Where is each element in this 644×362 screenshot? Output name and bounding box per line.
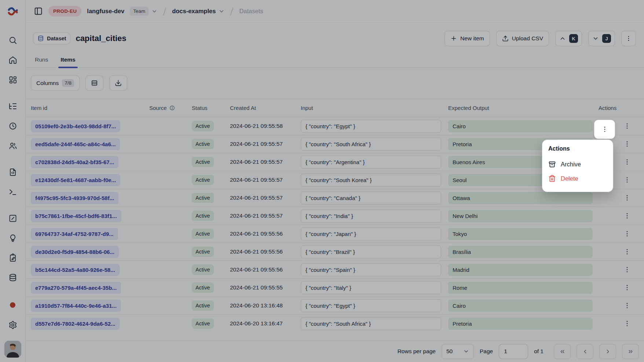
menu-item-delete[interactable]: Delete bbox=[548, 171, 607, 186]
menu-item-archive[interactable]: Archive bbox=[548, 157, 607, 171]
actions-menu-items: ArchiveDelete bbox=[548, 157, 607, 186]
archive-icon bbox=[548, 160, 556, 168]
kebab-menu-icon bbox=[601, 126, 608, 133]
app-root: PROD-EU langfuse-dev Team docs-examples … bbox=[0, 0, 644, 362]
trash-icon bbox=[548, 175, 556, 182]
open-row-actions-button[interactable] bbox=[594, 120, 615, 139]
actions-menu-title: Actions bbox=[548, 145, 607, 152]
row-actions-menu: Actions ArchiveDelete bbox=[542, 140, 613, 192]
